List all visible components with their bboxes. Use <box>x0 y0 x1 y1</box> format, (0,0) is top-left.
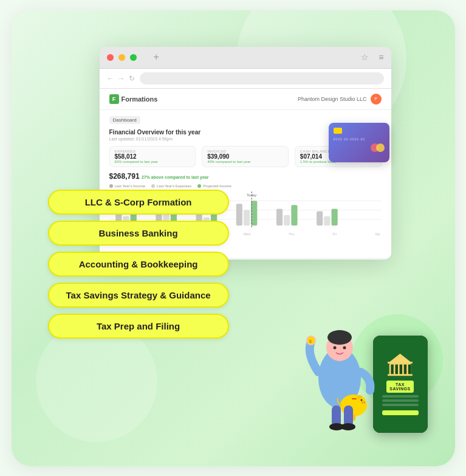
svg-rect-52 <box>388 374 413 376</box>
feature-business-banking[interactable]: Business Banking <box>48 221 229 246</box>
svg-text:$: $ <box>309 339 312 344</box>
legend-projected-dot <box>197 184 201 188</box>
window-close-button[interactable] <box>107 54 114 61</box>
svg-rect-17 <box>291 205 297 226</box>
phone-screen: TAXSAVINGS <box>373 336 428 433</box>
phone-cta-button[interactable] <box>382 410 419 415</box>
svg-rect-20 <box>331 209 337 225</box>
card-number: 0000 00 0000 00 <box>334 137 385 141</box>
card-chip <box>334 128 342 134</box>
svg-rect-51 <box>408 365 411 374</box>
tax-savings-badge: TAXSAVINGS <box>386 381 414 393</box>
legend-income-dot <box>109 184 113 188</box>
stat-expenses: EXPENSES $58,012 63% compared to last ye… <box>109 146 196 167</box>
feature-tax-prep[interactable]: Tax Prep and Filing <box>48 314 229 339</box>
card-circle-yellow <box>376 143 385 152</box>
bookmark-icon[interactable]: ☆ <box>361 52 369 62</box>
app-logo: F Formations <box>109 94 158 104</box>
main-card: + ☆ ≡ ← → ↻ F Formations Phantom Design … <box>12 10 455 466</box>
x-label-fri: Fri <box>333 232 337 236</box>
app-header: F Formations Phantom Design Studio LLC P <box>100 89 391 110</box>
card-logo <box>334 143 385 152</box>
legend-projected: Projected Income <box>197 184 231 188</box>
phone-line-2 <box>382 399 419 402</box>
svg-point-25 <box>327 330 352 345</box>
svg-rect-40 <box>352 398 357 399</box>
refresh-icon[interactable]: ↻ <box>129 74 135 83</box>
svg-point-27 <box>343 346 346 349</box>
invoiced-change: 40% compared to last year <box>207 160 283 164</box>
credit-card-mockup: 0000 00 0000 00 <box>329 123 389 162</box>
total-change: 27% above compared to last year <box>142 175 209 179</box>
card-brand-icon <box>371 143 385 152</box>
x-label-thu: Thu <box>289 232 294 236</box>
new-tab-button[interactable]: + <box>154 52 159 63</box>
svg-rect-49 <box>400 365 402 374</box>
svg-rect-15 <box>276 209 282 225</box>
svg-rect-18 <box>317 211 323 225</box>
browser-addressbar: ← → ↻ <box>100 69 391 89</box>
browser-titlebar: + ☆ ≡ <box>100 47 391 69</box>
phone-line-3 <box>382 404 419 406</box>
svg-point-44 <box>341 423 355 430</box>
legend-projected-label: Projected Income <box>203 184 231 188</box>
logo-icon: F <box>109 94 119 104</box>
phone-mockup: TAXSAVINGS <box>373 336 428 433</box>
dashboard-nav-item[interactable]: Dashboard <box>109 116 140 124</box>
invoiced-value: $39,090 <box>207 153 283 160</box>
back-icon[interactable]: ← <box>107 74 114 83</box>
feature-accounting[interactable]: Accounting & Bookkeeping <box>48 252 229 277</box>
url-bar[interactable] <box>140 72 384 85</box>
svg-rect-50 <box>404 365 406 374</box>
svg-rect-19 <box>324 216 330 225</box>
feature-llc-scorp[interactable]: LLC & S-Corp Formation <box>48 190 229 215</box>
features-list: LLC & S-Corp Formation Business Banking … <box>48 190 229 339</box>
bank-building-icon <box>386 353 414 377</box>
phone-line-1 <box>382 395 419 398</box>
svg-point-34 <box>362 402 363 403</box>
svg-text:Today: Today <box>247 193 257 197</box>
app-header-right: Phantom Design Studio LLC P <box>298 94 382 105</box>
svg-point-37 <box>357 395 362 399</box>
stat-invoiced: INVOICED $39,090 40% compared to last ye… <box>202 146 289 167</box>
forward-icon[interactable]: → <box>118 74 125 83</box>
legend-income-label: Last Year's Income <box>115 184 146 188</box>
bg-decoration-2 <box>36 320 157 442</box>
legend-expenses: Last Year's Expenses <box>151 184 191 188</box>
svg-rect-47 <box>391 365 393 374</box>
legend-income: Last Year's Income <box>109 184 146 188</box>
svg-point-26 <box>333 346 336 349</box>
browser-navigation: ← → ↻ <box>107 74 135 83</box>
svg-rect-14 <box>251 201 257 226</box>
chart-legend: Last Year's Income Last Year's Expenses … <box>109 184 382 188</box>
svg-rect-12 <box>236 204 242 226</box>
legend-expenses-dot <box>151 184 155 188</box>
phone-content-lines <box>382 395 419 415</box>
svg-point-54 <box>399 357 402 360</box>
svg-rect-53 <box>388 362 413 364</box>
feature-tax-savings[interactable]: Tax Savings Strategy & Guidance <box>48 283 229 308</box>
svg-rect-48 <box>396 365 398 374</box>
character-illustration: $ <box>300 317 379 433</box>
svg-rect-16 <box>284 215 290 225</box>
company-name: Phantom Design Studio LLC <box>298 96 367 102</box>
expenses-change: 63% compared to last year <box>115 160 191 164</box>
window-maximize-button[interactable] <box>130 54 137 61</box>
expenses-value: $58,012 <box>115 153 191 160</box>
legend-expenses-label: Last Year's Expenses <box>157 184 191 188</box>
svg-rect-13 <box>243 210 249 225</box>
user-avatar[interactable]: P <box>371 94 382 105</box>
x-label-sat: Sat <box>375 232 380 236</box>
svg-point-35 <box>364 402 365 403</box>
browser-menu-icon[interactable]: ≡ <box>379 52 383 62</box>
app-name-text: Formations <box>122 95 158 103</box>
svg-point-36 <box>360 399 362 401</box>
x-label-wed: Wed <box>244 232 250 236</box>
total-value: $268,791 27% above compared to last year <box>109 172 382 181</box>
window-minimize-button[interactable] <box>118 54 125 61</box>
